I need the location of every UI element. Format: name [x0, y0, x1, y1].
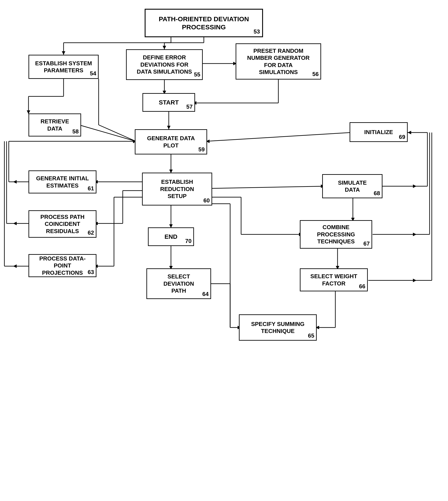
box-53: PATH-ORIENTED DEVIATION PROCESSING 53 [145, 9, 263, 37]
svg-marker-40 [13, 265, 17, 268]
box-60: ESTABLISHREDUCTIONSETUP 60 [142, 173, 212, 205]
box-61: GENERATE INITIALESTIMATES 61 [29, 171, 96, 193]
box-65: SPECIFY SUMMINGTECHNIQUE 65 [239, 314, 317, 341]
box-69-num: 69 [399, 133, 405, 141]
box-55-num: 55 [194, 71, 200, 78]
box-65-num: 65 [308, 332, 314, 339]
box-66-num: 66 [359, 283, 365, 290]
box-70: END 70 [148, 227, 194, 246]
box-57: START 57 [143, 93, 195, 112]
svg-marker-60 [413, 279, 416, 282]
box-68: SIMULATEDATA 68 [322, 174, 383, 198]
box-67: COMBINEPROCESSINGTECHNIQUES 67 [300, 220, 372, 249]
svg-marker-3 [62, 51, 65, 55]
box-63-num: 63 [88, 268, 94, 276]
box-70-num: 70 [185, 237, 192, 245]
svg-marker-34 [13, 222, 17, 225]
box-53-num: 53 [254, 28, 260, 35]
box-59: GENERATE DATAPLOT 59 [135, 129, 207, 155]
box-64: SELECTDEVIATIONPATH 64 [146, 268, 211, 299]
box-55: DEFINE ERRORDEVIATIONS FORDATA SIMULATIO… [126, 49, 203, 80]
svg-marker-73 [408, 131, 411, 134]
svg-line-45 [210, 186, 324, 188]
box-63: PROCESS DATA-POINTPROJECTIONS 63 [29, 254, 96, 277]
diagram-container: PATH-ORIENTED DEVIATION PROCESSING 53 ES… [0, 0, 448, 501]
box-64-num: 64 [202, 290, 209, 298]
box-60-num: 60 [203, 197, 210, 204]
box-69: INITIALIZE 69 [350, 122, 408, 142]
box-61-num: 61 [88, 185, 94, 192]
box-62: PROCESS PATHCOINCIDENTRESIDUALS 62 [29, 210, 96, 238]
svg-line-17 [79, 125, 136, 141]
box-56-num: 56 [312, 71, 319, 78]
box-54: ESTABLISH SYSTEMPARAMETERS 54 [29, 55, 99, 79]
box-59-num: 59 [198, 146, 205, 153]
svg-marker-48 [413, 185, 416, 188]
svg-line-21 [206, 133, 351, 141]
svg-marker-52 [413, 233, 416, 236]
box-56: PRESET RANDOMNUMBER GENERATORFOR DATASIM… [236, 43, 321, 79]
box-66: SELECT WEIGHTFACTOR 66 [300, 268, 368, 291]
svg-line-88 [99, 125, 136, 141]
box-62-num: 62 [88, 229, 94, 236]
box-54-num: 54 [90, 70, 96, 77]
box-58: RETRIEVEDATA 58 [29, 113, 81, 137]
box-58-num: 58 [72, 128, 79, 135]
box-68-num: 68 [374, 190, 380, 197]
svg-marker-20 [167, 126, 171, 129]
box-67-num: 67 [363, 240, 370, 247]
box-57-num: 57 [186, 103, 193, 110]
svg-marker-7 [163, 46, 166, 49]
svg-marker-28 [13, 180, 17, 184]
